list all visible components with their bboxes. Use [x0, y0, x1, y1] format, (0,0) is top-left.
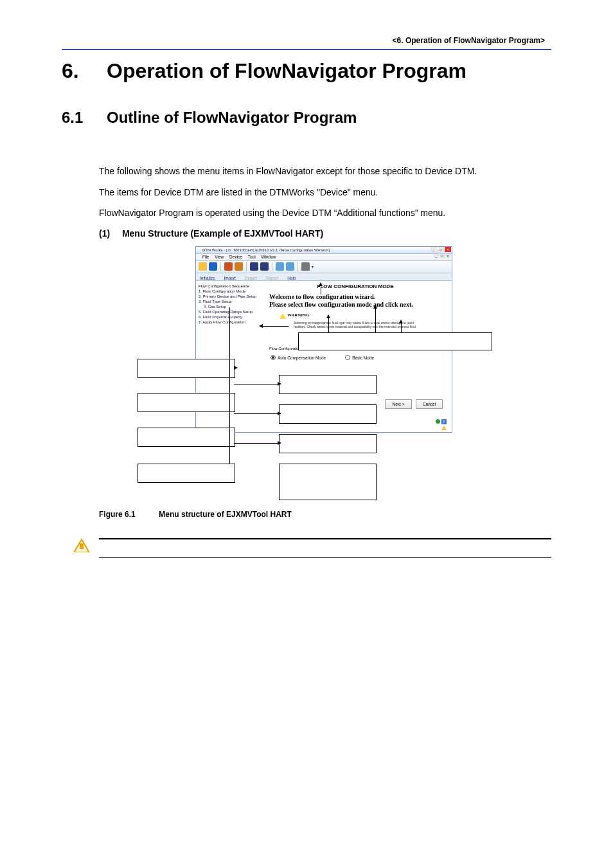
- section-number: 6.1: [62, 109, 107, 127]
- section-title: 6.1 Outline of FlowNavigator Program: [62, 109, 551, 127]
- radio-basic-mode[interactable]: Basic Mode: [345, 354, 374, 360]
- callout-box: [138, 393, 235, 412]
- mdi-restore-icon[interactable]: □: [440, 254, 445, 258]
- menu-device[interactable]: Device: [229, 255, 242, 259]
- arrowhead-icon: [278, 441, 281, 445]
- caution-icon: [73, 538, 90, 552]
- tab-import[interactable]: Import: [224, 276, 235, 280]
- toolbar-icon[interactable]: [209, 262, 217, 271]
- figure: DTM Works - [ 0 : MV1001HT] EJX910 V2.1 …: [99, 246, 510, 503]
- sidebar-item[interactable]: 7. Apply Flow Configuration: [199, 320, 258, 325]
- warning-status-icon: [441, 426, 447, 430]
- flow-mode-group: Flow Configuration Mode Auto Compensatio…: [268, 349, 384, 360]
- toolbar-dropdown-icon[interactable]: ▾: [312, 264, 314, 269]
- tab-help[interactable]: Help: [287, 276, 296, 280]
- next-button[interactable]: Next >: [385, 399, 412, 409]
- toolbar-icon[interactable]: [250, 262, 258, 271]
- app-toolbar: ▾: [196, 261, 452, 273]
- sidebar-header: Flow Configuration Sequence: [199, 284, 258, 289]
- toolbar-icon[interactable]: [224, 262, 233, 271]
- menu-window[interactable]: Window: [261, 255, 276, 259]
- status-corner: ?: [436, 419, 447, 424]
- figure-label: Figure 6.1: [99, 510, 157, 519]
- menu-view[interactable]: View: [215, 255, 224, 259]
- leader-line: [375, 307, 376, 332]
- help-icon[interactable]: ?: [441, 419, 447, 424]
- button-row: Next > Cancel: [385, 399, 443, 409]
- menu-tool[interactable]: Tool: [248, 255, 256, 259]
- callout-box: [298, 332, 492, 350]
- app-titlebar: DTM Works - [ 0 : MV1001HT] EJX910 V2.1 …: [196, 247, 452, 254]
- cancel-button[interactable]: Cancel: [416, 399, 443, 409]
- tab-export: Export: [245, 276, 257, 280]
- toolbar-icon[interactable]: [235, 262, 243, 271]
- tab-initialize[interactable]: Initialize: [200, 276, 215, 280]
- caution-rule: [99, 557, 551, 558]
- body-text: The following shows the menu items in Fl…: [99, 163, 551, 222]
- toolbar-icon[interactable]: [260, 262, 269, 271]
- arrowhead-icon: [319, 282, 323, 286]
- sidebar-item[interactable]: 4. Gas Setup: [199, 304, 258, 309]
- sidebar-item[interactable]: 5. Fluid Operating Range Setup: [199, 309, 258, 314]
- toolbar-icon[interactable]: [199, 262, 207, 271]
- figure-caption-text: Menu structure of EJXMVTool HART: [159, 510, 291, 519]
- toolbar-separator: [220, 262, 221, 271]
- radio-icon: [271, 355, 276, 360]
- callout-box: [279, 375, 377, 394]
- leader-line: [328, 317, 329, 332]
- leader-line: [234, 413, 279, 414]
- mdi-close-icon[interactable]: ×: [445, 254, 450, 258]
- sidebar-item[interactable]: 1. Flow Configuration Mode: [199, 289, 258, 294]
- radio-icon: [345, 355, 350, 360]
- callout-box: [279, 464, 377, 500]
- callout-box: [138, 359, 235, 378]
- sidebar-item[interactable]: 3. Fluid Type Setup: [199, 299, 258, 304]
- maximize-icon[interactable]: □: [438, 247, 444, 252]
- arrowhead-icon: [326, 314, 330, 318]
- radio-label: Auto Compensation Mode: [278, 356, 326, 360]
- caution-rule: [99, 538, 551, 539]
- toolbar-separator: [298, 262, 298, 271]
- wizard-steps-sidebar: Flow Configuration Sequence 1. Flow Conf…: [199, 284, 258, 325]
- mode-title: FLOW CONFIGURATION MODE: [263, 284, 448, 289]
- paragraph: The following shows the menu items in Fl…: [99, 163, 551, 180]
- leader-line: [229, 307, 230, 464]
- warning-text: Selecting an inappropriate fluid type ma…: [294, 321, 422, 329]
- mdi-minimize-icon[interactable]: _: [434, 254, 439, 258]
- radio-auto-mode[interactable]: Auto Compensation Mode: [271, 354, 326, 360]
- tab-report: Report: [266, 276, 279, 280]
- arrowhead-icon: [399, 320, 403, 323]
- welcome-text: Welcome to flow configuration wizard. Pl…: [263, 293, 448, 309]
- paragraph: FlowNavigator Program is operated using …: [99, 204, 551, 222]
- arrowhead-icon: [234, 366, 238, 370]
- toolbar-icon[interactable]: [276, 262, 284, 271]
- subsection-index: (1): [99, 228, 120, 239]
- window-controls: _ □ ×: [430, 247, 451, 252]
- sidebar-item[interactable]: 6. Fluid Physical Property: [199, 314, 258, 320]
- figure-caption: Figure 6.1 Menu structure of EJXMVTool H…: [99, 510, 551, 519]
- callout-box: [138, 428, 235, 447]
- header-rule: [62, 49, 551, 50]
- arrowhead-icon: [373, 305, 377, 309]
- toolbar-icon[interactable]: [286, 262, 294, 271]
- subsection-head: (1) Menu Structure (Example of EJXMVTool…: [99, 228, 551, 239]
- toolbar-separator: [246, 262, 247, 271]
- close-icon[interactable]: ×: [445, 247, 451, 252]
- chapter-title: 6. Operation of FlowNavigator Program: [62, 59, 551, 83]
- minimize-icon[interactable]: _: [431, 247, 437, 252]
- section-text: Outline of FlowNavigator Program: [107, 109, 357, 127]
- arrowhead-icon: [278, 411, 281, 415]
- paragraph: The items for Device DTM are listed in t…: [99, 184, 551, 201]
- chapter-text: Operation of FlowNavigator Program: [107, 59, 466, 83]
- app-menubar: File View Device Tool Window _ □ ×: [196, 254, 452, 261]
- warning-icon: [280, 313, 286, 319]
- app-title: DTM Works - [ 0 : MV1001HT] EJX910 V2.1 …: [202, 248, 330, 252]
- welcome-line: Welcome to flow configuration wizard.: [269, 293, 448, 302]
- menu-file[interactable]: File: [202, 255, 209, 259]
- subsection-text: Menu Structure (Example of EJXMVTool HAR…: [122, 228, 323, 239]
- print-icon[interactable]: [301, 262, 310, 271]
- sidebar-item[interactable]: 2. Primary Device and Pipe Setup: [199, 294, 258, 299]
- welcome-line: Please select flow configuration mode an…: [269, 301, 448, 309]
- leader-line: [263, 326, 289, 327]
- toolbar-separator: [272, 262, 272, 271]
